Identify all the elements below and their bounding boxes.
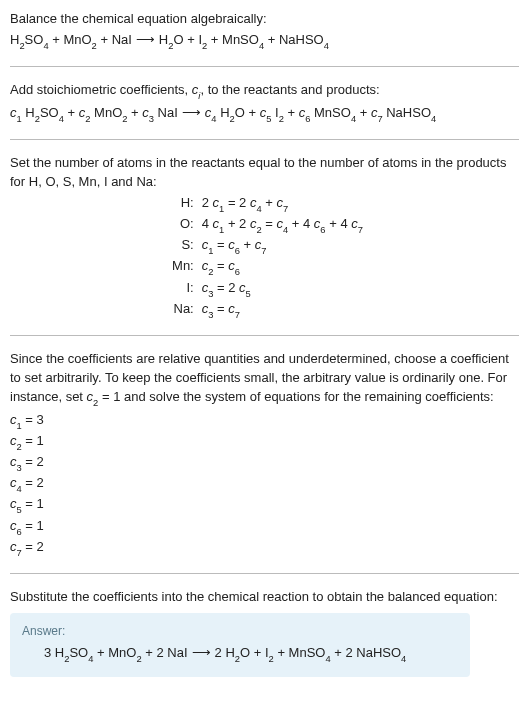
t: + bbox=[356, 105, 371, 120]
t: 3 bbox=[208, 310, 213, 320]
t: 2 bbox=[92, 41, 97, 51]
t: 4 bbox=[351, 114, 356, 124]
t: 3 bbox=[208, 289, 213, 299]
t: + bbox=[97, 32, 112, 47]
t: = 1 bbox=[98, 389, 120, 404]
t: 2 bbox=[17, 442, 22, 452]
t: 2 bbox=[202, 41, 207, 51]
t: = 3 bbox=[22, 412, 44, 427]
t: = 1 bbox=[22, 433, 44, 448]
t: 1 bbox=[208, 246, 213, 256]
t: 2 bbox=[269, 654, 274, 664]
t: 1 bbox=[17, 421, 22, 431]
t: 2 bbox=[230, 114, 235, 124]
t: 5 bbox=[246, 289, 251, 299]
t: 6 bbox=[235, 246, 240, 256]
t: 2 NaI bbox=[156, 645, 187, 660]
t: 3 bbox=[17, 463, 22, 473]
t: c bbox=[10, 105, 17, 120]
divider bbox=[10, 139, 519, 140]
t: c bbox=[10, 496, 17, 511]
t: 2 bbox=[279, 114, 284, 124]
t: = 1 bbox=[22, 496, 44, 511]
sec1-title: Balance the chemical equation algebraica… bbox=[10, 10, 519, 29]
coef-line: c7 = 2 bbox=[10, 538, 519, 559]
t: 5 bbox=[17, 505, 22, 515]
coef-line: c2 = 1 bbox=[10, 432, 519, 453]
t: + bbox=[262, 195, 277, 210]
t: MnO bbox=[108, 645, 136, 660]
t: 4 bbox=[324, 41, 329, 51]
coefficient-results: c1 = 3 c2 = 1 c3 = 2 c4 = 2 c5 = 1 c6 = … bbox=[10, 411, 519, 559]
row-label-s: S: bbox=[16, 236, 194, 257]
t: + bbox=[274, 645, 289, 660]
t: 7 bbox=[261, 246, 266, 256]
sec3-intro: Set the number of atoms in the reactants… bbox=[10, 154, 519, 192]
t: c bbox=[10, 433, 17, 448]
arrow-icon: ⟶ bbox=[188, 645, 215, 660]
t: H bbox=[10, 32, 19, 47]
t: 7 bbox=[358, 225, 363, 235]
t: 4 bbox=[431, 114, 436, 124]
t: 7 bbox=[377, 114, 382, 124]
t: Add stoichiometric coefficients, bbox=[10, 82, 192, 97]
t: + 2 bbox=[224, 216, 250, 231]
t: c bbox=[142, 105, 149, 120]
t: NaHSO bbox=[386, 105, 431, 120]
t: c bbox=[228, 237, 235, 252]
t: 5 bbox=[266, 114, 271, 124]
t: + bbox=[142, 645, 157, 660]
t: SO bbox=[40, 105, 59, 120]
t: H bbox=[220, 105, 229, 120]
t: O bbox=[173, 32, 183, 47]
t: O bbox=[235, 105, 245, 120]
t: 7 bbox=[283, 204, 288, 214]
t: 4 bbox=[283, 225, 288, 235]
t: 3 bbox=[149, 114, 154, 124]
t: 7 bbox=[235, 310, 240, 320]
t: + bbox=[240, 237, 255, 252]
row-label-o: O: bbox=[16, 215, 194, 236]
sec2-title: Add stoichiometric coefficients, ci, to … bbox=[10, 81, 519, 102]
t: + bbox=[331, 645, 346, 660]
t: + bbox=[93, 645, 108, 660]
row-label-h: H: bbox=[16, 194, 194, 215]
t: 2 bbox=[85, 114, 90, 124]
arrow-icon: ⟶ bbox=[178, 105, 205, 120]
t: NaI bbox=[158, 105, 178, 120]
t: c bbox=[10, 475, 17, 490]
row-label-mn: Mn: bbox=[16, 257, 194, 278]
divider bbox=[10, 573, 519, 574]
t: = bbox=[213, 301, 228, 316]
divider bbox=[10, 66, 519, 67]
t: c bbox=[10, 454, 17, 469]
t: 2 bbox=[93, 398, 98, 408]
t: c bbox=[228, 258, 235, 273]
t: 2 bbox=[136, 654, 141, 664]
t: + bbox=[127, 105, 142, 120]
t: 4 bbox=[17, 484, 22, 494]
t: 6 bbox=[17, 527, 22, 537]
t: , to the reactants and products: bbox=[200, 82, 379, 97]
t: 4 bbox=[325, 654, 330, 664]
t: + bbox=[184, 32, 199, 47]
t: 3 H bbox=[44, 645, 64, 660]
sec1-equation: H2SO4 + MnO2 + NaI⟶H2O + I2 + MnSO4 + Na… bbox=[10, 31, 519, 52]
t: H bbox=[25, 105, 34, 120]
t: 1 bbox=[17, 114, 22, 124]
t: + 4 bbox=[288, 216, 314, 231]
t: 2 bbox=[256, 225, 261, 235]
t: 2 bbox=[35, 114, 40, 124]
row-eq-o: 4 c1 + 2 c2 = c4 + 4 c6 + 4 c7 bbox=[202, 215, 519, 236]
t: c bbox=[239, 280, 246, 295]
atoms-equations: H: 2 c1 = 2 c4 + c7 O: 4 c1 + 2 c2 = c4 … bbox=[16, 194, 519, 321]
t: 4 bbox=[88, 654, 93, 664]
coef-line: c6 = 1 bbox=[10, 517, 519, 538]
t: = 2 bbox=[224, 195, 250, 210]
t: 7 bbox=[17, 548, 22, 558]
balanced-equation: 3 H2SO4 + MnO2 + 2 NaI⟶2 H2O + I2 + MnSO… bbox=[22, 644, 458, 665]
t: c bbox=[276, 216, 283, 231]
t: + bbox=[250, 645, 265, 660]
t: 2 bbox=[64, 654, 69, 664]
coef-line: c1 = 3 bbox=[10, 411, 519, 432]
